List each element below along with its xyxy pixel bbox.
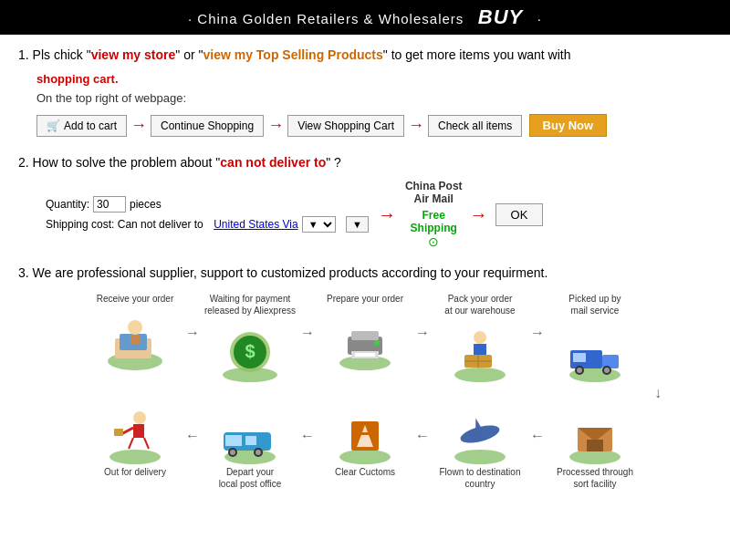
section1-title: 1. Pls chick "view my store" or "view my… [18,46,712,65]
process-label-flown: Flown to destinationcountry [440,466,521,490]
svg-point-16 [474,331,486,344]
svg-line-35 [129,438,133,449]
china-post-label: China Post Air Mail [405,180,463,205]
china-post-line1: China Post [405,180,463,192]
process-item-payment: Waiting for paymentreleased by Aliexpres… [200,293,300,384]
svg-point-28 [604,368,610,373]
section1-cart-text: shopping cart. [36,72,119,86]
svg-point-3 [128,320,142,335]
arrow-r1-2: → [300,293,315,341]
process-item-sort: Processed throughsort facility [545,402,645,493]
header-brand: · China Golden Retailers & Wholesalers [188,11,464,26]
process-item-prepare: Prepare your order [315,293,415,372]
buy-now-button[interactable]: Buy Now [529,114,608,137]
arrow-r1-4: → [530,293,545,341]
ok-button[interactable]: OK [495,203,544,226]
process-label-receive: Receive your order [97,293,173,305]
svg-rect-34 [114,429,123,436]
process-icon-customs [328,402,402,466]
section1-link2[interactable]: view my Top Selling Products [203,47,382,62]
svg-point-49 [454,450,506,464]
process-down-arrow: ↓ [18,384,712,402]
free-shipping-area: China Post Air Mail FreeShipping ⊙ [405,180,463,249]
quantity-label: Quantity: [46,198,89,211]
process-item-flown: Flown to destinationcountry [430,402,530,493]
process-icon-depart [214,402,287,466]
svg-rect-31 [133,424,144,438]
svg-rect-40 [245,436,256,445]
section1-on-top: On the top right of webpage: [36,91,712,105]
svg-rect-11 [351,331,379,340]
process-label-prepare: Prepare your order [327,293,403,305]
flow-check-all-label: Check all items [438,119,512,132]
svg-point-54 [569,450,620,464]
arrow-r2-3: ← [415,402,430,444]
section2-arrow: → [378,204,396,225]
process-label-customs: Clear Cuctoms [335,466,395,478]
country-select[interactable]: ▼ [302,216,336,233]
svg-rect-4 [130,335,140,344]
section2-arrow2: → [470,204,488,225]
header-dot: · [537,11,542,26]
svg-point-29 [110,450,161,464]
process-icon-delivery [99,402,172,466]
svg-point-44 [256,450,261,455]
flow-check-all[interactable]: Check all items [428,115,522,137]
dropdown-button[interactable]: ▼ [346,216,369,233]
process-item-customs: Clear Cuctoms [315,402,415,482]
radio-selected-icon: ⊙ [428,234,439,249]
section2-title: 2. How to solve the problem about "can n… [18,153,712,172]
arrow-r2-2: ← [300,402,315,444]
main-content: 1. Pls chick "view my store" or "view my… [0,35,730,521]
process-item-delivery: Out for delivery [85,402,185,482]
process-label-payment: Waiting for paymentreleased by Aliexpres… [204,293,296,316]
flow-continue-shopping[interactable]: Continue Shopping [151,115,264,137]
arrow-r1-1: → [185,293,200,341]
process-label-depart: Depart yourlocal post office [219,466,282,490]
process-item-receive: Receive your order [85,293,185,372]
section1-link1[interactable]: view my store [91,47,176,62]
flow-view-cart-label: View Shopping Cart [297,119,394,132]
arrow-3: → [408,116,424,135]
process-icon-flown [443,402,516,466]
section2-text2: " ? [326,155,341,170]
svg-point-14 [374,340,380,346]
flow-add-to-cart: 🛒 Add to cart [36,115,127,137]
section-3: 3. We are professional supplier, support… [18,265,712,493]
section-2: 2. How to solve the problem about "can n… [18,153,712,249]
flow-view-cart[interactable]: View Shopping Cart [287,115,404,137]
header-buy: BUY [478,5,523,28]
svg-point-45 [339,450,391,464]
process-item-depart: Depart yourlocal post office [200,402,300,493]
process-item-pickup: Picked up bymail service [545,293,645,384]
svg-rect-57 [587,440,603,451]
quantity-input[interactable] [93,196,126,213]
svg-rect-48 [357,432,373,435]
flow-add-to-cart-label: Add to cart [64,119,117,132]
svg-point-26 [577,368,582,373]
svg-point-42 [230,450,235,455]
qty-row: Quantity: pieces [46,196,369,213]
process-row-1: Receive your order → Waiting for payment… [18,293,712,384]
section2-highlight: can not deliver to [220,155,326,170]
svg-text:$: $ [245,341,255,361]
section2-number: 2. [18,155,29,170]
shipping-row: Shipping cost: Can not deliver to United… [46,216,369,233]
svg-line-36 [144,438,149,449]
section2-left: Quantity: pieces Shipping cost: Can not … [46,196,369,233]
section3-title: 3. We are professional supplier, support… [18,265,712,280]
process-icon-pack [443,320,516,384]
shipping-label: Shipping cost: Can not deliver to [46,218,203,231]
arrow-r2-1: ← [185,402,200,444]
arrow-r2-4: ← [530,402,545,444]
section1-text2: " or " [175,47,203,62]
section-1: 1. Pls chick "view my store" or "view my… [18,46,712,137]
process-icon-receive [99,308,172,372]
section3-number: 3. [18,265,29,280]
svg-rect-24 [573,353,586,362]
svg-rect-13 [355,353,375,357]
svg-rect-39 [225,435,242,446]
header: · China Golden Retailers & Wholesalers B… [0,0,730,35]
cart-icon: 🛒 [47,119,60,132]
process-item-pack: Pack your orderat our warehouse [430,293,530,384]
